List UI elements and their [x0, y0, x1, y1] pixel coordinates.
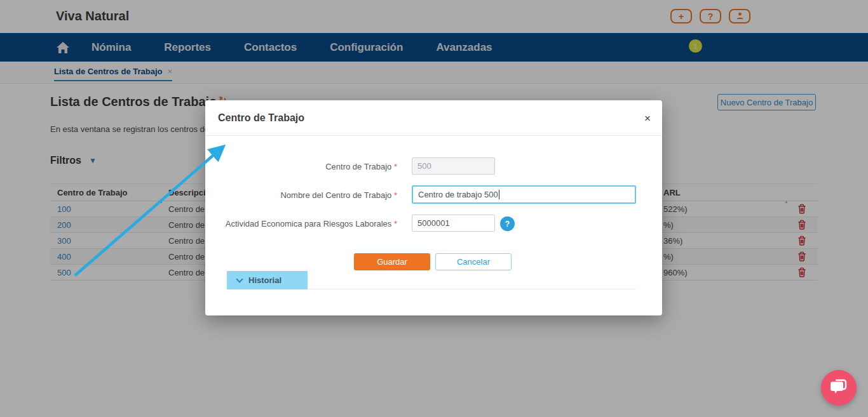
chat-widget-button[interactable] [821, 370, 857, 406]
field-label-actividad: Actividad Economica para Riesgos Laboral… [205, 219, 397, 228]
centro-de-trabajo-input[interactable] [412, 157, 495, 175]
guardar-button[interactable]: Guardar [354, 253, 430, 270]
historial-label: Historial [248, 275, 281, 285]
field-label-nombre: Nombre del Centro de Trabajo * [205, 190, 397, 200]
chevron-down-icon [236, 275, 243, 282]
close-icon[interactable]: × [644, 113, 651, 124]
required-asterisk: * [394, 162, 397, 171]
nombre-centro-input[interactable]: Centro de trabajo 500 [412, 185, 636, 204]
required-asterisk: * [394, 219, 397, 228]
text-cursor [499, 190, 499, 199]
divider [205, 135, 662, 136]
modal-title: Centro de Trabajo [218, 112, 304, 124]
required-asterisk: * [394, 190, 397, 200]
actividad-economica-input[interactable] [412, 215, 495, 232]
centro-de-trabajo-modal: Centro de Trabajo × Centro de Trabajo * … [205, 100, 662, 315]
field-label-centro: Centro de Trabajo * [205, 162, 397, 171]
chat-bubbles-icon [829, 378, 848, 398]
cancelar-button[interactable]: Cancelar [435, 253, 512, 270]
historial-tab[interactable]: Historial [227, 271, 308, 289]
help-circle-icon[interactable]: ? [500, 216, 515, 231]
